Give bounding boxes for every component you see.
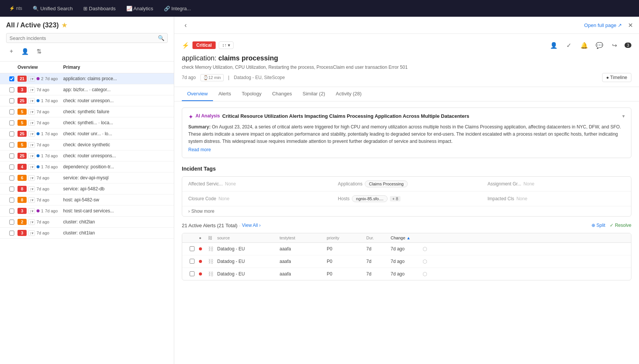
view-all-alerts-button[interactable]: View All ›	[242, 223, 261, 228]
incident-row[interactable]: 5 ↕▾ 7d ago check: synthetic failure	[0, 106, 174, 117]
tag-cell-assignment-group: Assignment Gr... None	[482, 177, 631, 191]
read-more-button[interactable]: Read more	[188, 147, 211, 152]
row-checkbox[interactable]	[6, 165, 17, 169]
tags-table: Affected Servic... None Applications Cla…	[182, 176, 631, 217]
tab-changes[interactable]: Changes	[267, 87, 297, 101]
incident-row[interactable]: 3 ↕▾ 7d ago app: bizfor... · categor...	[0, 84, 174, 95]
incident-row[interactable]: 3 ↕▾ 7d ago cluster: chit1lan	[0, 228, 174, 239]
notifications-icon[interactable]: 🔔	[579, 40, 590, 51]
external-link-icon[interactable]: ⬡	[423, 271, 434, 277]
tab-overview[interactable]: Overview	[182, 87, 213, 101]
open-full-page-button[interactable]: Open full page ↗ ✕	[584, 22, 633, 29]
incident-primary-text: app: bizfor... · categor...	[63, 87, 168, 92]
incident-row[interactable]: 8 ↕▾ 7d ago host: api-5482-sw	[0, 195, 174, 206]
external-link-icon[interactable]: ⬡	[423, 258, 434, 264]
alert-row-checkbox[interactable]	[187, 246, 197, 251]
incident-primary-text: application: claims proce...	[63, 76, 168, 81]
alert-row-checkbox[interactable]	[187, 271, 197, 276]
incident-row[interactable]: 5 ↕▾ 7d ago check: syntheti... · loca...	[0, 117, 174, 128]
row-checkbox[interactable]	[6, 220, 17, 225]
col-testytest: testytest	[280, 236, 325, 240]
incident-row[interactable]: 25 ↕▾ 1 7d ago check: router unrespon...	[0, 95, 174, 106]
comment-icon[interactable]: 💬	[594, 40, 605, 51]
tab-similar[interactable]: Similar (2)	[297, 87, 331, 101]
incident-row[interactable]: 3 ↕▾ 1 7d ago host: test-card services..…	[0, 206, 174, 217]
filter-priority-chip[interactable]: ↕↑ ▾	[219, 41, 234, 49]
link-icon[interactable]: ⛓	[208, 271, 216, 277]
nav-dashboards[interactable]: ⊞ Dashboards	[79, 3, 120, 14]
time-ago: 7d ago	[37, 109, 49, 114]
claims-processing-chip[interactable]: Claims Processing	[365, 180, 408, 187]
chevron-down-icon[interactable]: ▾	[622, 113, 625, 119]
incident-id-badge: 21	[17, 76, 27, 82]
incident-primary-text: service: api-5482-db	[63, 186, 168, 191]
incident-meta: 25 ↕▾ 1 7d ago	[17, 98, 63, 104]
incident-row[interactable]: 6 ↕▾ 7d ago service: dev-api-mysql	[0, 173, 174, 184]
timeline-button[interactable]: ● Timeline	[602, 73, 631, 82]
alert-row[interactable]: ⛓ Datadog - EU aaafa P0 7d 7d ago ⬡	[182, 243, 631, 255]
row-checkbox[interactable]	[6, 154, 17, 158]
tab-topology[interactable]: Topology	[236, 87, 267, 101]
toolbar-icons: + 👤 ⇅	[6, 46, 168, 57]
alert-row-checkbox[interactable]	[187, 259, 197, 264]
row-checkbox[interactable]	[6, 87, 17, 92]
incident-row[interactable]: 21 ↕▾ 2 7d ago application: claims proce…	[0, 73, 174, 84]
incident-id-badge: 3	[17, 87, 27, 93]
row-checkbox[interactable]	[6, 120, 17, 125]
incident-id-badge: 2	[17, 219, 27, 225]
search-bar: 🔍	[6, 33, 168, 43]
incident-row[interactable]: 4 ↕▾ 1 7d ago dependency: position-tr...	[0, 161, 174, 173]
nav-integrations[interactable]: 🔗 Integra...	[159, 3, 196, 14]
tab-alerts[interactable]: Alerts	[213, 87, 236, 101]
table-header: Overview Primary	[0, 62, 174, 73]
row-checkbox[interactable]	[6, 76, 17, 81]
show-more-button[interactable]: › Show more	[182, 206, 631, 216]
nav-unified-search[interactable]: 🔍 Unified Search	[28, 3, 77, 14]
sort-filter-button[interactable]: ⇅	[33, 46, 44, 57]
incident-primary-text: check: syntheti... · loca...	[63, 120, 168, 125]
incident-primary-text: dependency: position-tr...	[63, 164, 168, 169]
incident-row[interactable]: 25 ↕▾ 1 7d ago check: router unr... · lo…	[0, 128, 174, 139]
priority-chip: ↕▾	[28, 87, 35, 93]
tab-activity[interactable]: Activity (28)	[331, 87, 367, 101]
alert-row[interactable]: ⛓ Datadog - EU aaafa P0 7d 7d ago ⬡	[182, 255, 631, 268]
row-checkbox[interactable]	[6, 231, 17, 236]
incident-row[interactable]: 5 ↕▾ 7d ago check: device synthetic	[0, 139, 174, 150]
split-button[interactable]: ⊕ Split	[591, 223, 606, 228]
chevron-right-icon: ›	[188, 209, 190, 214]
add-incident-button[interactable]: +	[6, 46, 17, 57]
row-checkbox[interactable]	[6, 209, 17, 214]
incident-row[interactable]: 8 ↕▾ 7d ago service: api-5482-db	[0, 184, 174, 195]
share-icon[interactable]: ↪	[609, 40, 620, 51]
tab-content-overview: ✦ AI Analysis Critical Resource Utilizat…	[174, 101, 639, 286]
external-link-icon[interactable]: ⬡	[423, 246, 434, 252]
close-icon[interactable]: ✕	[628, 22, 633, 29]
search-input[interactable]	[10, 35, 158, 41]
alert-count: 1	[41, 209, 43, 213]
host-plus-count[interactable]: + 8	[390, 196, 401, 201]
row-checkbox[interactable]	[6, 98, 17, 103]
favorite-star-icon[interactable]: ★	[62, 22, 67, 29]
host-chip[interactable]: ngnix-85.sfo....	[352, 195, 388, 202]
row-checkbox[interactable]	[6, 176, 17, 180]
row-checkbox[interactable]	[6, 142, 17, 147]
link-icon[interactable]: ⛓	[208, 246, 216, 252]
incident-detail: ⚡ Critical ↕↑ ▾ 👤 ✓ 🔔 💬 ↪ 3 application:…	[174, 34, 639, 364]
link-icon[interactable]: ⛓	[208, 258, 216, 264]
resolve-check-icon[interactable]: ✓	[564, 40, 574, 51]
row-checkbox[interactable]	[6, 131, 17, 136]
assignee-icon[interactable]: 👤	[548, 40, 559, 51]
row-checkbox[interactable]	[6, 187, 17, 191]
alert-row[interactable]: ⛓ Datadog - EU aaafa P0 7d 7d ago ⬡	[182, 268, 631, 280]
incident-row[interactable]: 25 ↕▾ 1 7d ago check: router unrespons..…	[0, 150, 174, 161]
incident-row[interactable]: 2 ↕▾ 7d ago cluster: chit2lan	[0, 217, 174, 228]
user-filter-button[interactable]: 👤	[20, 46, 30, 57]
row-checkbox[interactable]	[6, 198, 17, 203]
alerts-header: 21 Active Alerts (21 Total) · View All ›…	[182, 223, 631, 228]
back-button[interactable]: ‹	[180, 20, 191, 30]
tags-row: Affected Servic... None Applications Cla…	[182, 177, 631, 191]
alert-priority: P0	[327, 259, 365, 264]
resolve-button[interactable]: ✓ Resolve	[610, 223, 631, 228]
nav-analytics[interactable]: 📈 Analytics	[122, 3, 158, 14]
row-checkbox[interactable]	[6, 109, 17, 114]
